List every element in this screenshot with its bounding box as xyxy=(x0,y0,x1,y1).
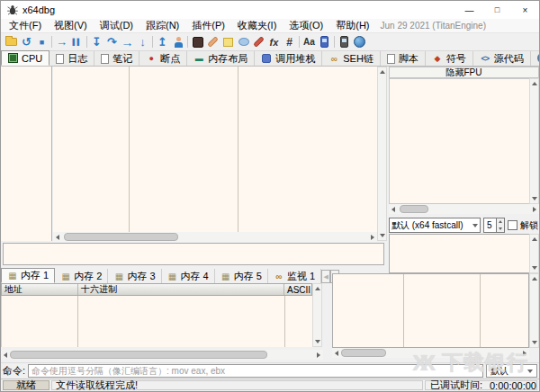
stack-vertical-scrollbar[interactable] xyxy=(529,273,539,348)
close-button[interactable]: × xyxy=(511,1,539,19)
tab-scroll-left-button[interactable]: ◀ xyxy=(321,270,330,283)
tab-script[interactable]: 脚本 xyxy=(381,51,426,66)
tab-dump-3[interactable]: ▦ 内存 3 xyxy=(108,269,161,283)
menu-help[interactable]: 帮助(H) xyxy=(329,19,375,32)
registers-view[interactable] xyxy=(389,78,539,204)
scrollbar-track[interactable] xyxy=(313,293,321,337)
scroll-right-button[interactable] xyxy=(520,348,529,358)
disassembly-vertical-scrollbar[interactable] xyxy=(377,67,387,241)
step-over-icon[interactable]: ↷ xyxy=(104,34,120,49)
scrollbar-track[interactable] xyxy=(398,204,530,214)
scrollbar-track[interactable] xyxy=(341,348,520,358)
restart-icon[interactable]: ↺ xyxy=(19,34,34,49)
dump-horizontal-scrollbar[interactable] xyxy=(1,350,323,360)
tab-dump-1[interactable]: ▦ 内存 1 xyxy=(1,268,55,283)
disassembly-view[interactable] xyxy=(53,67,377,232)
patches-icon[interactable] xyxy=(190,34,205,49)
about-icon[interactable] xyxy=(352,34,367,49)
scroll-up-button[interactable] xyxy=(530,79,538,88)
scroll-down-button[interactable] xyxy=(530,194,538,203)
tab-watch-1[interactable]: ∞ 监视 1 xyxy=(268,269,321,283)
dump-vertical-scrollbar[interactable] xyxy=(312,283,322,347)
step-out-icon[interactable]: ↓ xyxy=(135,34,150,49)
pause-icon[interactable]: ▌▌ xyxy=(69,34,85,49)
scroll-left-button[interactable] xyxy=(53,232,62,242)
tab-source-code[interactable]: <> 源代码 xyxy=(473,51,531,66)
argument-count-spinner[interactable]: 5 xyxy=(483,218,505,233)
comment-icon[interactable] xyxy=(205,34,220,49)
scrollbar-track[interactable] xyxy=(378,76,386,231)
spin-down-button[interactable] xyxy=(497,226,504,233)
tab-seh-chain[interactable]: ∞ SEH链 xyxy=(322,51,381,66)
scrollbar-track[interactable] xyxy=(530,283,538,338)
menu-file[interactable]: 文件(F) xyxy=(3,19,48,32)
menu-favourites[interactable]: 收藏夹(I) xyxy=(231,19,283,32)
scroll-down-button[interactable] xyxy=(378,231,386,240)
tab-memory-map[interactable]: ▬ 内存布局 xyxy=(187,51,255,66)
minimize-button[interactable]: — xyxy=(455,1,483,19)
scroll-left-button[interactable] xyxy=(389,204,398,214)
label-icon[interactable] xyxy=(220,34,236,49)
command-input[interactable] xyxy=(28,364,483,378)
scroll-left-button[interactable] xyxy=(332,348,341,358)
assemble-icon[interactable]: fx xyxy=(266,34,282,49)
scroll-thumb[interactable] xyxy=(64,233,178,241)
menu-plugins[interactable]: 插件(P) xyxy=(185,19,231,32)
highlight-icon[interactable] xyxy=(251,34,266,49)
dump-view[interactable] xyxy=(1,296,312,347)
scroll-right-button[interactable] xyxy=(530,204,539,214)
menu-debug[interactable]: 调试(D) xyxy=(94,19,140,32)
scrollbar-track[interactable] xyxy=(530,88,538,194)
menu-view[interactable]: 视图(V) xyxy=(48,19,94,32)
tab-symbols[interactable]: ◆ 符号 xyxy=(426,51,473,66)
calling-convention-select[interactable]: 默认 (x64 fastcall) xyxy=(389,218,481,233)
tab-notes[interactable]: 笔记 xyxy=(94,51,140,66)
scroll-up-button[interactable] xyxy=(530,274,538,283)
hide-fpu-button[interactable]: 隐藏FPU xyxy=(389,67,539,78)
stop-icon[interactable]: ■ xyxy=(34,34,50,49)
font-icon[interactable]: Aa xyxy=(302,34,317,49)
tab-dump-5[interactable]: ▦ 内存 5 xyxy=(215,269,268,283)
tab-call-stack[interactable]: 调用堆栈 xyxy=(255,51,322,66)
hash-icon[interactable]: # xyxy=(282,34,297,49)
disassembly-horizontal-scrollbar[interactable] xyxy=(53,232,377,242)
scrollbar-track[interactable] xyxy=(10,350,314,360)
settings-icon[interactable] xyxy=(337,34,352,49)
scrollbar-track[interactable] xyxy=(530,244,538,263)
tab-log[interactable]: 日志 xyxy=(50,51,94,66)
calculator-icon[interactable] xyxy=(317,34,332,49)
scrollbar-track[interactable] xyxy=(62,232,368,242)
tab-cpu[interactable]: CPU xyxy=(1,50,50,66)
registers-horizontal-scrollbar[interactable] xyxy=(389,204,539,214)
step-into-icon[interactable]: ↧ xyxy=(89,34,104,49)
scroll-up-button[interactable] xyxy=(378,67,386,76)
scroll-right-button[interactable] xyxy=(368,232,377,242)
scroll-down-button[interactable] xyxy=(530,338,538,347)
run-to-user-code-icon[interactable] xyxy=(170,34,185,49)
maximize-button[interactable]: □ xyxy=(483,1,511,19)
run-icon[interactable]: → xyxy=(54,34,69,49)
menu-options[interactable]: 选项(O) xyxy=(283,19,329,32)
tab-dump-4[interactable]: ▦ 内存 4 xyxy=(162,269,215,283)
scroll-thumb[interactable] xyxy=(400,205,428,213)
execute-till-return-icon[interactable]: ↥ xyxy=(155,34,170,49)
scroll-thumb[interactable] xyxy=(10,351,267,359)
bookmark-icon[interactable] xyxy=(236,34,251,49)
scroll-left-button[interactable] xyxy=(1,350,10,360)
scroll-right-button[interactable] xyxy=(314,350,323,360)
tab-dump-2[interactable]: ▦ 内存 2 xyxy=(55,269,108,283)
menu-trace[interactable]: 跟踪(N) xyxy=(140,19,185,32)
scroll-thumb[interactable] xyxy=(341,349,386,357)
run-execution-icon[interactable]: → xyxy=(120,34,135,49)
scroll-down-button[interactable] xyxy=(313,337,321,346)
command-profile-select[interactable]: 默认 xyxy=(486,364,537,378)
scroll-up-button[interactable] xyxy=(530,235,538,244)
tab-breakpoints[interactable]: ● 断点 xyxy=(140,51,187,66)
stack-horizontal-scrollbar[interactable] xyxy=(332,348,529,358)
open-folder-icon[interactable] xyxy=(4,34,19,49)
tab-references[interactable]: 引用 xyxy=(531,51,540,66)
registers-vertical-scrollbar[interactable] xyxy=(529,78,539,204)
spin-up-button[interactable] xyxy=(497,218,504,226)
unlock-checkbox[interactable] xyxy=(508,220,518,230)
scroll-up-button[interactable] xyxy=(313,284,321,293)
